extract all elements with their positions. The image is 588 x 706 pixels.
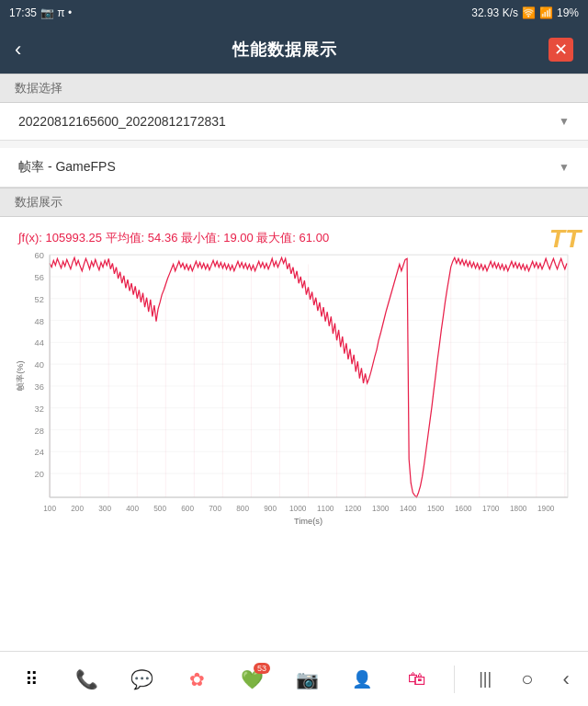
phone-icon: 📞 <box>74 666 99 692</box>
svg-text:900: 900 <box>264 505 277 513</box>
chart-wrapper: 60 56 52 48 44 40 36 32 28 24 20 帧率(%) 1… <box>11 250 577 526</box>
back-arrow-icon: ‹ <box>563 667 570 691</box>
bottom-nav: ⠿ 📞 💬 ✿ 53 💚 📷 👤 🛍 ||| ○ ‹ <box>0 651 588 706</box>
svg-text:1300: 1300 <box>372 505 390 513</box>
file-dropdown-value: 20220812165600_20220812172831 <box>18 114 226 129</box>
svg-text:1800: 1800 <box>510 505 527 513</box>
close-button[interactable]: ✕ <box>548 38 573 62</box>
svg-text:20: 20 <box>35 470 44 479</box>
svg-text:1700: 1700 <box>482 505 500 513</box>
avatar-icon: 👤 <box>349 666 375 692</box>
svg-text:500: 500 <box>153 505 166 513</box>
svg-text:帧率(%): 帧率(%) <box>16 360 25 390</box>
svg-text:700: 700 <box>209 505 221 513</box>
file-dropdown-arrow: ▼ <box>559 115 570 128</box>
time-display: 17:35 <box>9 6 37 19</box>
stats-line: ∫f(x): 105993.25 平均值: 54.36 最小值: 19.00 最… <box>18 230 577 246</box>
file-dropdown[interactable]: 20220812165600_20220812172831 ▼ <box>0 103 588 141</box>
metric-dropdown-arrow: ▼ <box>559 161 570 174</box>
nav-phone[interactable]: 📞 <box>68 663 105 696</box>
svg-text:1600: 1600 <box>455 505 472 513</box>
svg-text:1000: 1000 <box>289 505 307 513</box>
svg-text:60: 60 <box>35 251 44 260</box>
status-right: 32.93 K/s 🛜 📶 19% <box>471 6 579 19</box>
flower-icon: ✿ <box>184 666 209 692</box>
nav-chat[interactable]: 💬 <box>123 663 160 696</box>
svg-text:40: 40 <box>35 360 44 370</box>
nav-menu[interactable]: ||| <box>473 666 497 692</box>
nav-avatar[interactable]: 👤 <box>344 663 380 696</box>
fps-chart: 60 56 52 48 44 40 36 32 28 24 20 帧率(%) 1… <box>11 250 577 526</box>
svg-text:Time(s): Time(s) <box>294 517 322 526</box>
svg-text:32: 32 <box>35 404 44 414</box>
svg-text:200: 200 <box>71 505 84 513</box>
nav-home[interactable]: ○ <box>515 664 538 695</box>
data-display-header: 数据展示 <box>0 188 588 217</box>
menu-lines-icon: ||| <box>479 669 492 689</box>
svg-text:56: 56 <box>35 273 44 282</box>
svg-text:36: 36 <box>35 382 44 392</box>
battery-display: 19% <box>557 6 579 19</box>
network-speed: 32.93 K/s <box>471 6 518 19</box>
data-section: TT ∫f(x): 105993.25 平均值: 54.36 最小值: 19.0… <box>0 217 588 651</box>
svg-text:1500: 1500 <box>427 505 445 513</box>
home-circle-icon: ○ <box>521 667 533 691</box>
nav-apps[interactable]: ⠿ <box>13 663 50 696</box>
chat-icon: 💬 <box>129 666 154 692</box>
svg-text:1400: 1400 <box>400 505 417 513</box>
svg-text:400: 400 <box>126 505 139 513</box>
notification-icons: 📷 π • <box>40 6 72 19</box>
nav-divider-1 <box>454 666 455 693</box>
svg-text:1200: 1200 <box>345 505 362 513</box>
main-content: 数据选择 20220812165600_20220812172831 ▼ 帧率 … <box>0 74 588 651</box>
status-left: 17:35 📷 π • <box>9 6 72 19</box>
svg-text:28: 28 <box>35 427 44 436</box>
title-bar: ‹ 性能数据展示 ✕ <box>0 26 588 74</box>
svg-text:44: 44 <box>35 338 44 347</box>
nav-flower[interactable]: ✿ <box>178 663 215 696</box>
svg-text:300: 300 <box>98 505 111 513</box>
nav-back[interactable]: ‹ <box>558 664 575 695</box>
svg-text:24: 24 <box>35 448 44 457</box>
metric-dropdown-value: 帧率 - GameFPS <box>18 159 116 176</box>
signal-icon: 📶 <box>539 6 553 19</box>
nav-bag[interactable]: 🛍 <box>399 663 435 696</box>
svg-text:800: 800 <box>236 505 249 513</box>
data-selection-header: 数据选择 <box>0 74 588 103</box>
svg-text:600: 600 <box>181 505 194 513</box>
nav-wechat[interactable]: 53 💚 <box>233 663 270 696</box>
nav-camera[interactable]: 📷 <box>288 663 325 696</box>
metric-dropdown[interactable]: 帧率 - GameFPS ▼ <box>0 148 588 188</box>
svg-text:100: 100 <box>43 505 56 513</box>
back-button[interactable]: ‹ <box>15 38 21 62</box>
svg-text:52: 52 <box>35 295 44 304</box>
wifi-icon: 🛜 <box>522 6 536 19</box>
bag-icon: 🛍 <box>404 666 430 692</box>
svg-text:48: 48 <box>35 317 44 326</box>
apps-icon: ⠿ <box>18 666 44 692</box>
status-bar: 17:35 📷 π • 32.93 K/s 🛜 📶 19% <box>0 0 588 26</box>
camera-icon: 📷 <box>294 666 320 692</box>
svg-text:1100: 1100 <box>317 505 334 513</box>
page-title: 性能数据展示 <box>232 39 337 61</box>
wechat-badge: 53 <box>254 663 270 674</box>
svg-text:1900: 1900 <box>537 505 555 513</box>
